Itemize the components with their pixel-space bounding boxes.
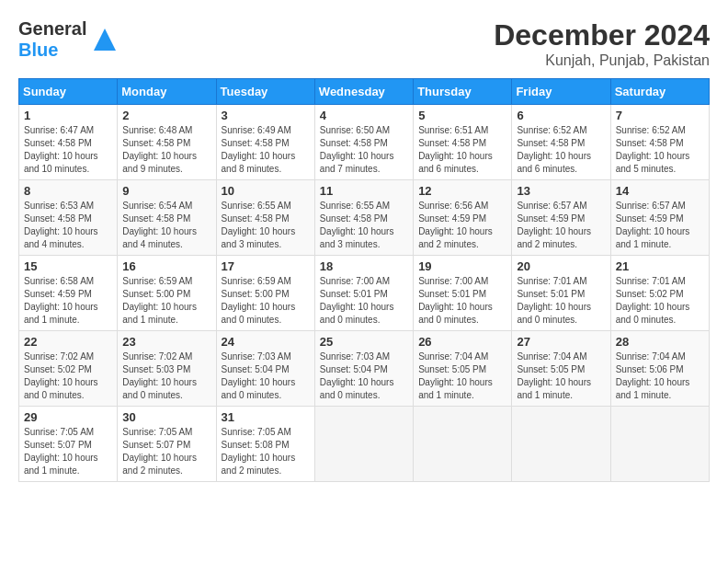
weekday-header-saturday: Saturday (610, 79, 709, 105)
calendar-cell: 4Sunrise: 6:50 AM Sunset: 4:58 PM Daylig… (314, 105, 413, 180)
day-info: Sunrise: 7:00 AM Sunset: 5:01 PM Dayligh… (320, 275, 408, 327)
calendar-cell: 27Sunrise: 7:04 AM Sunset: 5:05 PM Dayli… (512, 331, 610, 407)
calendar-cell: 22Sunrise: 7:02 AM Sunset: 5:02 PM Dayli… (19, 331, 118, 407)
calendar-cell (512, 407, 610, 482)
day-info: Sunrise: 6:50 AM Sunset: 4:58 PM Dayligh… (320, 124, 408, 176)
day-info: Sunrise: 7:01 AM Sunset: 5:01 PM Dayligh… (517, 275, 605, 327)
calendar-week-1: 1Sunrise: 6:47 AM Sunset: 4:58 PM Daylig… (19, 105, 710, 180)
calendar-cell: 9Sunrise: 6:54 AM Sunset: 4:58 PM Daylig… (118, 180, 216, 256)
day-number: 11 (320, 184, 408, 198)
day-number: 7 (616, 109, 704, 122)
weekday-header-tuesday: Tuesday (216, 79, 314, 105)
weekday-header-thursday: Thursday (414, 79, 512, 105)
day-number: 9 (122, 184, 210, 198)
calendar-cell: 14Sunrise: 6:57 AM Sunset: 4:59 PM Dayli… (610, 180, 709, 256)
calendar-week-3: 15Sunrise: 6:58 AM Sunset: 4:59 PM Dayli… (19, 256, 710, 331)
calendar-cell: 3Sunrise: 6:49 AM Sunset: 4:58 PM Daylig… (216, 105, 314, 180)
day-info: Sunrise: 6:55 AM Sunset: 4:58 PM Dayligh… (320, 200, 408, 251)
day-info: Sunrise: 6:51 AM Sunset: 4:58 PM Dayligh… (418, 124, 506, 176)
day-number: 20 (517, 259, 605, 273)
day-number: 15 (24, 259, 112, 273)
calendar-cell: 29Sunrise: 7:05 AM Sunset: 5:07 PM Dayli… (19, 407, 118, 482)
calendar-header-row: SundayMondayTuesdayWednesdayThursdayFrid… (19, 79, 710, 105)
weekday-header-monday: Monday (118, 79, 216, 105)
day-number: 26 (418, 335, 506, 349)
calendar-cell: 8Sunrise: 6:53 AM Sunset: 4:58 PM Daylig… (19, 180, 118, 256)
calendar-cell: 21Sunrise: 7:01 AM Sunset: 5:02 PM Dayli… (610, 256, 709, 331)
calendar-cell: 18Sunrise: 7:00 AM Sunset: 5:01 PM Dayli… (314, 256, 413, 331)
day-info: Sunrise: 7:03 AM Sunset: 5:04 PM Dayligh… (222, 350, 310, 402)
day-number: 1 (24, 109, 112, 122)
day-number: 8 (24, 184, 112, 198)
day-number: 23 (122, 335, 210, 349)
svg-marker-0 (94, 29, 116, 51)
day-number: 4 (320, 109, 408, 122)
logo-general: General (18, 18, 86, 39)
calendar-cell: 28Sunrise: 7:04 AM Sunset: 5:06 PM Dayli… (610, 331, 709, 407)
calendar-cell: 7Sunrise: 6:52 AM Sunset: 4:58 PM Daylig… (610, 105, 709, 180)
calendar-week-4: 22Sunrise: 7:02 AM Sunset: 5:02 PM Dayli… (19, 331, 710, 407)
day-info: Sunrise: 6:58 AM Sunset: 4:59 PM Dayligh… (24, 275, 112, 327)
calendar-cell: 16Sunrise: 6:59 AM Sunset: 5:00 PM Dayli… (118, 256, 216, 331)
day-info: Sunrise: 6:49 AM Sunset: 4:58 PM Dayligh… (222, 124, 310, 176)
day-info: Sunrise: 7:03 AM Sunset: 5:04 PM Dayligh… (320, 350, 408, 402)
day-info: Sunrise: 6:59 AM Sunset: 5:00 PM Dayligh… (122, 275, 210, 327)
day-number: 12 (418, 184, 506, 198)
day-number: 28 (616, 335, 704, 349)
calendar-cell: 31Sunrise: 7:05 AM Sunset: 5:08 PM Dayli… (216, 407, 314, 482)
calendar-cell: 5Sunrise: 6:51 AM Sunset: 4:58 PM Daylig… (414, 105, 512, 180)
logo-blue: Blue (18, 40, 58, 60)
calendar-cell: 19Sunrise: 7:00 AM Sunset: 5:01 PM Dayli… (414, 256, 512, 331)
calendar-body: 1Sunrise: 6:47 AM Sunset: 4:58 PM Daylig… (19, 105, 710, 482)
calendar-cell: 1Sunrise: 6:47 AM Sunset: 4:58 PM Daylig… (19, 105, 118, 180)
calendar-cell: 10Sunrise: 6:55 AM Sunset: 4:58 PM Dayli… (216, 180, 314, 256)
day-number: 25 (320, 335, 408, 349)
day-number: 17 (222, 259, 310, 273)
day-info: Sunrise: 7:04 AM Sunset: 5:05 PM Dayligh… (418, 350, 506, 402)
day-number: 30 (122, 410, 210, 424)
day-info: Sunrise: 6:53 AM Sunset: 4:58 PM Dayligh… (24, 200, 112, 251)
day-info: Sunrise: 7:04 AM Sunset: 5:05 PM Dayligh… (517, 350, 605, 402)
day-info: Sunrise: 7:05 AM Sunset: 5:07 PM Dayligh… (24, 426, 112, 477)
location-title: Kunjah, Punjab, Pakistan (494, 52, 710, 69)
calendar-cell: 20Sunrise: 7:01 AM Sunset: 5:01 PM Dayli… (512, 256, 610, 331)
calendar-cell (414, 407, 512, 482)
day-info: Sunrise: 6:57 AM Sunset: 4:59 PM Dayligh… (616, 200, 704, 251)
day-number: 22 (24, 335, 112, 349)
logo-icon (90, 25, 119, 54)
calendar-cell: 24Sunrise: 7:03 AM Sunset: 5:04 PM Dayli… (216, 331, 314, 407)
calendar-cell (610, 407, 709, 482)
day-number: 3 (222, 109, 310, 122)
calendar-week-5: 29Sunrise: 7:05 AM Sunset: 5:07 PM Dayli… (19, 407, 710, 482)
calendar-cell: 11Sunrise: 6:55 AM Sunset: 4:58 PM Dayli… (314, 180, 413, 256)
calendar-cell: 23Sunrise: 7:02 AM Sunset: 5:03 PM Dayli… (118, 331, 216, 407)
day-info: Sunrise: 6:47 AM Sunset: 4:58 PM Dayligh… (24, 124, 112, 176)
calendar-cell: 30Sunrise: 7:05 AM Sunset: 5:07 PM Dayli… (118, 407, 216, 482)
month-title: December 2024 (494, 18, 710, 52)
day-number: 18 (320, 259, 408, 273)
calendar-cell: 12Sunrise: 6:56 AM Sunset: 4:59 PM Dayli… (414, 180, 512, 256)
day-info: Sunrise: 6:48 AM Sunset: 4:58 PM Dayligh… (122, 124, 210, 176)
day-info: Sunrise: 6:59 AM Sunset: 5:00 PM Dayligh… (222, 275, 310, 327)
day-info: Sunrise: 6:52 AM Sunset: 4:58 PM Dayligh… (616, 124, 704, 176)
day-number: 13 (517, 184, 605, 198)
day-info: Sunrise: 7:02 AM Sunset: 5:02 PM Dayligh… (24, 350, 112, 402)
day-info: Sunrise: 7:00 AM Sunset: 5:01 PM Dayligh… (418, 275, 506, 327)
day-number: 31 (222, 410, 310, 424)
title-area: December 2024 Kunjah, Punjab, Pakistan (494, 18, 710, 69)
day-number: 10 (222, 184, 310, 198)
day-info: Sunrise: 6:54 AM Sunset: 4:58 PM Dayligh… (122, 200, 210, 251)
calendar-cell: 6Sunrise: 6:52 AM Sunset: 4:58 PM Daylig… (512, 105, 610, 180)
day-info: Sunrise: 6:57 AM Sunset: 4:59 PM Dayligh… (517, 200, 605, 251)
day-number: 27 (517, 335, 605, 349)
calendar-cell: 13Sunrise: 6:57 AM Sunset: 4:59 PM Dayli… (512, 180, 610, 256)
day-number: 14 (616, 184, 704, 198)
calendar-week-2: 8Sunrise: 6:53 AM Sunset: 4:58 PM Daylig… (19, 180, 710, 256)
day-number: 2 (122, 109, 210, 122)
calendar-cell (314, 407, 413, 482)
weekday-header-sunday: Sunday (19, 79, 118, 105)
page-header: General Blue December 2024 Kunjah, Punja… (18, 18, 710, 69)
day-info: Sunrise: 6:52 AM Sunset: 4:58 PM Dayligh… (517, 124, 605, 176)
weekday-header-wednesday: Wednesday (314, 79, 413, 105)
calendar-cell: 25Sunrise: 7:03 AM Sunset: 5:04 PM Dayli… (314, 331, 413, 407)
